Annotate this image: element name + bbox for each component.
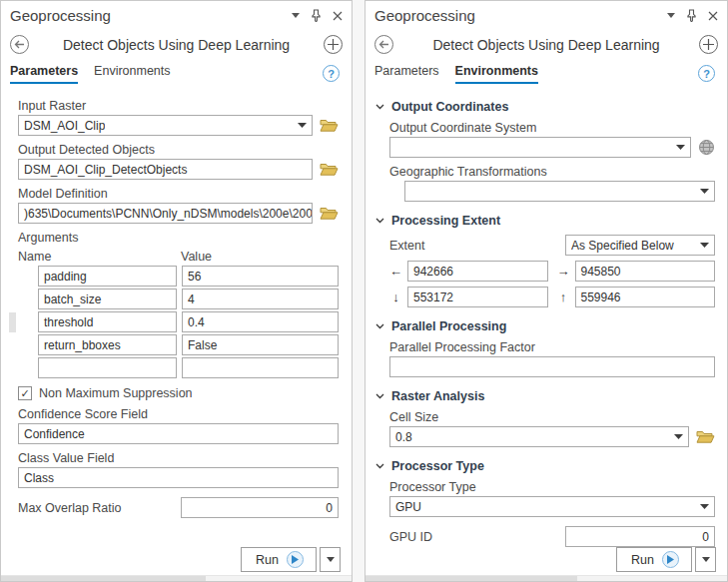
argument-name-input[interactable]: return_bboxes: [38, 334, 177, 355]
north-arrow-icon: ↑: [557, 290, 570, 304]
chevron-down-icon[interactable]: [700, 243, 709, 248]
tab-parameters[interactable]: Parameters: [10, 64, 78, 84]
back-button[interactable]: [10, 35, 29, 54]
input-raster-combo[interactable]: DSM_AOI_Clip: [18, 115, 313, 136]
extent-south-input[interactable]: 553172: [407, 287, 548, 307]
run-dropdown-button[interactable]: [695, 547, 716, 572]
processor-type-combo[interactable]: GPU: [389, 496, 715, 517]
parallel-processing-factor-input[interactable]: [389, 356, 715, 377]
close-icon[interactable]: [333, 11, 343, 21]
pane-title: Geoprocessing: [374, 7, 667, 24]
argument-value-input[interactable]: 0.4: [182, 311, 339, 332]
nms-checkbox[interactable]: ✓: [18, 386, 32, 400]
section-output-coordinates[interactable]: Output Coordinates: [375, 100, 715, 114]
help-icon[interactable]: ?: [323, 65, 340, 82]
browse-folder-icon[interactable]: [320, 206, 339, 221]
max-overlap-input[interactable]: 0: [181, 497, 339, 518]
help-icon[interactable]: ?: [698, 65, 715, 82]
max-overlap-row: Max Overlap Ratio 0: [18, 497, 339, 518]
add-to-model-plus-button[interactable]: [324, 35, 343, 54]
run-play-icon: [287, 551, 304, 568]
extent-north-input[interactable]: 559946: [575, 287, 716, 307]
argument-value-input[interactable]: False: [182, 334, 339, 355]
gpu-id-input[interactable]: 0: [565, 526, 715, 547]
cell-size-label: Cell Size: [389, 410, 715, 424]
gpu-id-label: GPU ID: [389, 530, 565, 544]
argument-value-input[interactable]: [182, 357, 339, 378]
section-parallel-processing[interactable]: Parallel Processing: [375, 319, 715, 333]
argument-row: threshold 0.4: [38, 311, 339, 332]
scrollbar-thumb[interactable]: [1, 576, 206, 581]
argument-name-input[interactable]: padding: [38, 266, 177, 287]
chevron-down-icon[interactable]: [298, 123, 307, 128]
section-processing-extent[interactable]: Processing Extent: [375, 214, 715, 228]
extent-label: Extent: [389, 239, 565, 253]
model-definition-label: Model Definition: [18, 187, 339, 201]
add-to-model-plus-button[interactable]: [699, 35, 718, 54]
run-area: Run: [241, 547, 341, 572]
scrollbar-thumb[interactable]: [365, 576, 577, 581]
globe-icon[interactable]: [698, 139, 715, 156]
pane-menu-chevron-down-icon[interactable]: [292, 13, 300, 18]
pane-titlebar: Geoprocessing: [365, 1, 727, 26]
east-arrow-icon: →: [557, 264, 570, 279]
output-objects-label: Output Detected Objects: [18, 143, 339, 157]
parallel-processing-factor-label: Parallel Processing Factor: [389, 340, 715, 354]
tool-header: Detect Objects Using Deep Learning: [1, 26, 352, 57]
pane-menu-chevron-down-icon[interactable]: [667, 13, 675, 18]
processor-type-label: Processor Type: [389, 480, 715, 494]
run-area: Run: [616, 547, 716, 572]
tab-environments[interactable]: Environments: [455, 64, 538, 84]
tool-title: Detect Objects Using Deep Learning: [29, 37, 324, 53]
pin-icon[interactable]: [311, 9, 322, 22]
run-button[interactable]: Run: [241, 547, 317, 572]
argument-row: [38, 357, 339, 378]
nms-checkbox-row: ✓ Non Maximum Suppression: [18, 386, 339, 400]
arguments-label: Arguments: [18, 231, 339, 245]
chevron-down-icon[interactable]: [674, 434, 683, 439]
section-processor-type[interactable]: Processor Type: [375, 459, 715, 473]
extent-mode-combo[interactable]: As Specified Below: [565, 235, 715, 256]
browse-folder-icon[interactable]: [696, 429, 715, 444]
tab-parameters[interactable]: Parameters: [374, 64, 439, 84]
geographic-transformations-label: Geographic Transformations: [389, 165, 715, 179]
output-coordinate-system-combo[interactable]: [389, 137, 691, 158]
chevron-down-icon[interactable]: [700, 189, 709, 194]
tab-strip: Parameters Environments ?: [1, 57, 352, 84]
horizontal-scrollbar[interactable]: [1, 575, 352, 581]
run-button[interactable]: Run: [616, 547, 692, 572]
chevron-down-icon[interactable]: [700, 504, 709, 509]
argument-row-handle[interactable]: [9, 312, 16, 332]
confidence-field-input[interactable]: Confidence: [18, 423, 339, 444]
section-raster-analysis[interactable]: Raster Analysis: [375, 389, 715, 403]
close-icon[interactable]: [708, 11, 718, 21]
argument-row: return_bboxes False: [38, 334, 339, 355]
pin-icon[interactable]: [686, 9, 697, 22]
section-collapse-icon: [375, 393, 384, 399]
section-collapse-icon: [375, 218, 384, 224]
output-coordinate-system-label: Output Coordinate System: [389, 121, 715, 135]
class-field-input[interactable]: Class: [18, 467, 339, 488]
chevron-down-icon[interactable]: [676, 145, 685, 150]
model-definition-input[interactable]: )635\Documents\PCNN\Only_nDSM\models\200…: [18, 203, 313, 224]
geographic-transformations-combo[interactable]: [404, 181, 715, 202]
tab-environments[interactable]: Environments: [94, 64, 170, 84]
argument-name-input[interactable]: [38, 357, 177, 378]
west-arrow-icon: ←: [389, 264, 402, 279]
argument-row: padding 56: [38, 266, 339, 287]
extent-west-input[interactable]: 942666: [407, 261, 548, 282]
argument-value-input[interactable]: 4: [182, 289, 339, 309]
geoprocessing-pane-parameters: Geoprocessing Detect Objects Using Deep …: [0, 0, 353, 582]
output-objects-input[interactable]: DSM_AOI_Clip_DetectObjects: [18, 159, 313, 180]
horizontal-scrollbar[interactable]: [365, 575, 727, 581]
cell-size-combo[interactable]: 0.8: [389, 426, 689, 447]
argument-name-input[interactable]: batch_size: [38, 289, 177, 309]
browse-folder-icon[interactable]: [320, 162, 339, 177]
run-dropdown-button[interactable]: [320, 547, 341, 572]
argument-name-input[interactable]: threshold: [38, 311, 177, 332]
argument-value-input[interactable]: 56: [182, 266, 339, 287]
extent-east-input[interactable]: 945850: [575, 261, 716, 282]
max-overlap-label: Max Overlap Ratio: [18, 501, 181, 515]
back-button[interactable]: [374, 35, 393, 54]
browse-folder-icon[interactable]: [320, 118, 339, 133]
